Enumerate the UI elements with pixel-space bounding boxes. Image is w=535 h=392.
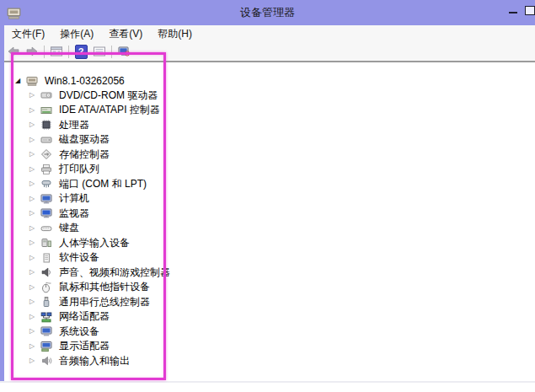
- minimize-button[interactable]: [500, 0, 525, 19]
- tree-children: ▷ DVD/CD-ROM 驱动器 ▷ IDE ATA/ATAPI 控制器 ▷ 处…: [4, 89, 535, 369]
- tree-row-root[interactable]: ◢ Win8.1-03262056: [4, 73, 535, 89]
- window-bottom-edge: [0, 381, 535, 383]
- tree-row-label: 磁盘驱动器: [57, 132, 111, 147]
- tree-row[interactable]: ▷ 人体学输入设备: [4, 236, 535, 251]
- expander-icon[interactable]: ▷: [29, 314, 40, 320]
- tree-row-label: 通用串行总线控制器: [57, 295, 152, 309]
- computer-root-icon: [26, 75, 39, 87]
- tree-row[interactable]: ▷ 打印队列: [4, 162, 535, 177]
- help-icon: ?: [75, 45, 88, 59]
- device-tree-pane: ◢ Win8.1-03262056 ▷ DVD/CD-ROM 驱动器 ▷ IDE…: [4, 62, 535, 382]
- tree-row-label: 端口 (COM 和 LPT): [57, 177, 148, 191]
- window-title: 设备管理器: [0, 5, 535, 20]
- tree-row-label: 显示适配器: [57, 339, 111, 353]
- software-device-icon: [40, 252, 53, 264]
- tree-row[interactable]: ▷ 显示适配器: [4, 339, 535, 354]
- show-console-tree-button[interactable]: [47, 44, 66, 59]
- ports-icon: [40, 178, 53, 190]
- monitor-icon: [40, 207, 53, 219]
- tree-row[interactable]: ▷ 软件设备: [4, 250, 535, 266]
- print-queue-icon: [40, 164, 53, 175]
- storage-controller-icon: [40, 148, 53, 160]
- expander-icon[interactable]: ▷: [29, 269, 40, 276]
- expander-icon[interactable]: ▷: [29, 166, 40, 173]
- expander-icon[interactable]: ▷: [29, 255, 40, 261]
- tree-row[interactable]: ▷ 计算机: [4, 191, 535, 207]
- tree-row-label: 声音、视频和游戏控制器: [57, 266, 172, 280]
- tree-row[interactable]: ▷ 磁盘驱动器: [4, 132, 535, 148]
- tree-row-label: IDE ATA/ATAPI 控制器: [57, 103, 162, 117]
- keyboard-icon: [40, 223, 53, 234]
- maximize-button[interactable]: [525, 0, 535, 19]
- expander-icon[interactable]: ▷: [29, 107, 40, 114]
- expander-icon[interactable]: ▷: [29, 357, 40, 364]
- help-button[interactable]: ?: [72, 44, 90, 59]
- properties-button[interactable]: [90, 44, 109, 59]
- tree-row[interactable]: ▷ DVD/CD-ROM 驱动器: [4, 89, 535, 104]
- menu-help[interactable]: 帮助(H): [150, 25, 200, 43]
- menu-file[interactable]: 文件(F): [4, 25, 52, 43]
- menu-action[interactable]: 操作(A): [52, 25, 101, 43]
- expander-icon[interactable]: ▷: [29, 343, 40, 350]
- sound-controller-icon: [40, 266, 53, 278]
- audio-io-icon: [40, 355, 53, 367]
- scan-hardware-changes-button[interactable]: [115, 44, 133, 59]
- expander-icon[interactable]: ▷: [29, 196, 40, 202]
- tree-row[interactable]: ▷ IDE ATA/ATAPI 控制器: [4, 103, 535, 118]
- tree-row[interactable]: ▷ 存储控制器: [4, 148, 535, 163]
- expander-icon[interactable]: ▷: [29, 180, 40, 187]
- mouse-icon: [40, 282, 53, 293]
- toolbar-divider: [44, 46, 45, 58]
- expander-icon[interactable]: ▷: [29, 298, 40, 305]
- tree-row-label: 键盘: [57, 221, 81, 235]
- tree-row[interactable]: ▷ 音频输入和输出: [4, 354, 535, 369]
- device-tree: ◢ Win8.1-03262056 ▷ DVD/CD-ROM 驱动器 ▷ IDE…: [4, 62, 535, 368]
- menu-view[interactable]: 查看(V): [101, 25, 150, 43]
- title-bar: 设备管理器: [0, 0, 535, 25]
- back-button[interactable]: [4, 44, 23, 59]
- disc-drive-icon: [40, 89, 53, 101]
- minimize-icon: [509, 12, 517, 13]
- scan-hardware-icon: [117, 46, 131, 57]
- tree-row[interactable]: ▷ 鼠标和其他指针设备: [4, 280, 535, 295]
- expander-icon[interactable]: ▷: [29, 210, 40, 217]
- device-manager-app-icon[interactable]: [7, 6, 21, 20]
- tree-row-label: 系统设备: [57, 325, 101, 339]
- tree-row[interactable]: ▷ 系统设备: [4, 325, 535, 340]
- disk-drive-icon: [40, 134, 53, 146]
- forward-button[interactable]: [23, 44, 41, 59]
- console-tree-icon: [50, 46, 63, 57]
- expander-icon[interactable]: ▷: [29, 151, 40, 158]
- tree-row[interactable]: ▷ 网络适配器: [4, 309, 535, 325]
- expander-icon[interactable]: ▷: [29, 239, 40, 246]
- tree-row-label: 监视器: [57, 207, 91, 221]
- tree-row-label: DVD/CD-ROM 驱动器: [57, 89, 159, 103]
- tree-row-label: 打印队列: [57, 162, 101, 176]
- tree-row[interactable]: ▷ 处理器: [4, 118, 535, 133]
- usb-controller-icon: [40, 296, 53, 308]
- display-adapter-icon: [40, 341, 53, 352]
- expander-icon[interactable]: ▷: [29, 284, 40, 291]
- hid-icon: [40, 237, 53, 249]
- tree-row[interactable]: ▷ 端口 (COM 和 LPT): [4, 177, 535, 192]
- expander-icon[interactable]: ▷: [29, 137, 40, 143]
- tree-row[interactable]: ▷ 监视器: [4, 207, 535, 222]
- computer-icon: [40, 193, 53, 205]
- tree-row[interactable]: ▷ 声音、视频和游戏控制器: [4, 266, 535, 281]
- system-devices-icon: [40, 325, 53, 337]
- expander-icon[interactable]: ▷: [29, 92, 40, 99]
- expander-icon[interactable]: ◢: [15, 78, 26, 84]
- network-adapter-icon: [40, 311, 53, 323]
- tree-row-label: 计算机: [57, 191, 91, 206]
- tree-row-label: 处理器: [57, 118, 91, 132]
- tree-row[interactable]: ▷ 通用串行总线控制器: [4, 295, 535, 310]
- properties-icon: [93, 46, 106, 57]
- menu-bar: 文件(F) 操作(A) 查看(V) 帮助(H): [4, 25, 535, 42]
- expander-icon[interactable]: ▷: [29, 121, 40, 128]
- caption-buttons: [500, 0, 535, 25]
- expander-icon[interactable]: ▷: [29, 328, 40, 335]
- toolbar-divider: [111, 46, 112, 58]
- processor-icon: [40, 119, 53, 131]
- tree-row[interactable]: ▷ 键盘: [4, 221, 535, 236]
- expander-icon[interactable]: ▷: [29, 225, 40, 232]
